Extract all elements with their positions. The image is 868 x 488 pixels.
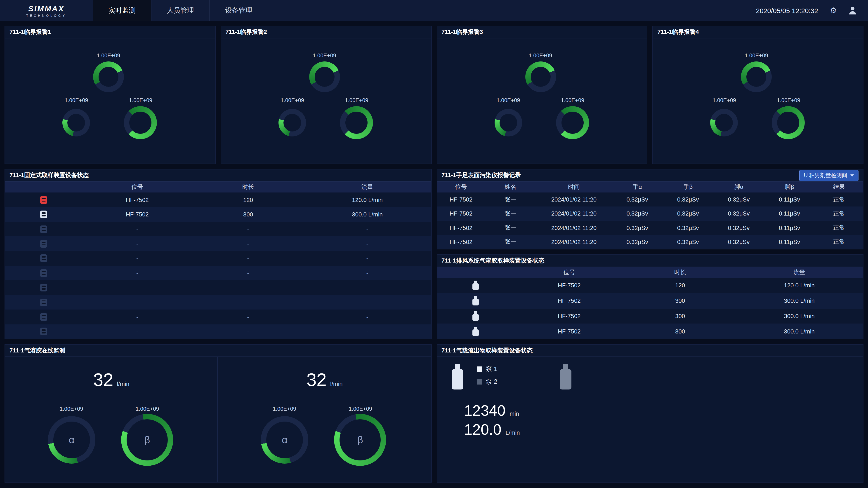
hand-beta-cell: 0.32μSv bbox=[663, 210, 713, 217]
gauge-donut bbox=[525, 61, 556, 92]
flow-cell: 300.0 L/min bbox=[304, 211, 431, 218]
flow-cell: - bbox=[304, 226, 431, 232]
table-row: - - - bbox=[5, 295, 431, 310]
legend-pump1[interactable]: 泵 1 bbox=[477, 365, 497, 373]
hand-beta-cell: 0.32μSv bbox=[663, 196, 713, 203]
table-row: - - - bbox=[5, 324, 431, 339]
panel-header: 711-1临界报警2 bbox=[221, 26, 431, 38]
panel-title: 711-1临界报警3 bbox=[441, 28, 483, 36]
tag-cell: - bbox=[82, 226, 193, 232]
flow-cell: 300.0 L/min bbox=[736, 297, 863, 304]
main-nav: 实时监测 人员管理 设备管理 bbox=[93, 0, 268, 21]
col-name: 姓名 bbox=[485, 183, 536, 191]
aerosol-monitor-2: 32 l/min 1.00E+09 α 1.00E+09 β bbox=[218, 357, 431, 482]
contamination-panel: 711-1手足表面污染仪报警记录 U 轴男剂量检测间 位号 姓名 时间 手α 手… bbox=[436, 169, 864, 250]
table-row: HF-7502 300 300.0 L/min bbox=[437, 293, 863, 308]
gauge-donut bbox=[340, 106, 373, 139]
tag-cell: HF-7502 bbox=[514, 328, 625, 335]
gauge-value: 1.00E+09 bbox=[757, 97, 820, 103]
flow-cell: - bbox=[304, 269, 431, 276]
table-header: 位号 姓名 时间 手α 手β 脚α 脚β 结果 bbox=[437, 182, 863, 193]
legend-pump2[interactable]: 泵 2 bbox=[477, 378, 497, 386]
panel-header: 711-1固定式取样装置设备状态 bbox=[5, 169, 431, 182]
gauge-value: 1.00E+09 bbox=[477, 97, 540, 103]
flow-cell: 300.0 L/min bbox=[736, 328, 863, 335]
logo-title: SIMMAX bbox=[28, 4, 64, 13]
aerosol-panel: 711-1气溶胶在线监测 32 l/min 1.00E+09 α 1.00E+0… bbox=[4, 344, 432, 483]
panel-title: 711-1排风系统气溶胶取样装置设备状态 bbox=[441, 257, 544, 265]
pump2-label: 泵 2 bbox=[486, 378, 497, 386]
duration-value: 12340 bbox=[464, 402, 506, 419]
alarm-panel-3: 711-1临界报警3 1.00E+09 1.00E+09 1.00E+09 bbox=[436, 26, 648, 164]
col-duration: 时长 bbox=[193, 183, 303, 191]
nav-realtime-monitoring[interactable]: 实时监测 bbox=[93, 0, 151, 21]
tag-cell: - bbox=[82, 255, 193, 262]
flow-value: 32 bbox=[307, 369, 327, 390]
table-row: HF-7502 张一 2024/01/02 11:20 0.32μSv 0.32… bbox=[437, 207, 863, 221]
table-row: HF-7502 120 120.0 L/min bbox=[5, 193, 431, 207]
panel-header: 711-1临界报警3 bbox=[437, 26, 647, 38]
bottom-row: 711-1气溶胶在线监测 32 l/min 1.00E+09 α 1.00E+0… bbox=[4, 344, 864, 483]
logo: SIMMAX TECHNOLOGY bbox=[0, 0, 93, 21]
device-idle-icon bbox=[40, 255, 47, 262]
result-cell: 正常 bbox=[815, 195, 863, 203]
gauge-donut bbox=[741, 61, 772, 92]
tag-cell: - bbox=[82, 314, 193, 320]
flow-readout: 120.0 L/min bbox=[464, 421, 520, 438]
tag-cell: HF-7502 bbox=[514, 313, 625, 320]
col-result: 结果 bbox=[815, 183, 863, 191]
gauge-value: 1.00E+09 bbox=[293, 53, 356, 59]
table-row: - - - bbox=[5, 281, 431, 295]
gauge-donut bbox=[494, 109, 522, 136]
tag-cell: - bbox=[82, 328, 193, 335]
user-icon[interactable] bbox=[848, 7, 856, 14]
col-tag: 位号 bbox=[514, 268, 625, 276]
alarm-panel-4: 711-1临界报警4 1.00E+09 1.00E+09 1.00E+09 bbox=[653, 26, 864, 164]
panel-title: 711-1临界报警4 bbox=[657, 28, 699, 36]
table-row: HF-7502 120 120.0 L/min bbox=[437, 278, 863, 293]
gauge-value: 1.00E+09 bbox=[541, 97, 604, 103]
table-row: - - - bbox=[5, 222, 431, 236]
gauge-donut bbox=[309, 61, 340, 92]
hand-alpha-cell: 0.32μSv bbox=[612, 238, 662, 246]
duration-cell: - bbox=[193, 226, 303, 232]
pump1-label: 泵 1 bbox=[486, 365, 497, 373]
nav-equipment-management[interactable]: 设备管理 bbox=[209, 0, 268, 21]
duration-cell: 300 bbox=[625, 313, 735, 320]
exhaust-sampler-panel: 711-1排风系统气溶胶取样装置设备状态 位号 时长 流量 HF-7502 12… bbox=[436, 254, 864, 339]
tag-cell: HF-7502 bbox=[437, 224, 485, 231]
nav-personnel-management[interactable]: 人员管理 bbox=[151, 0, 209, 21]
gauge-donut bbox=[772, 106, 805, 139]
hand-beta-cell: 0.32μSv bbox=[663, 238, 713, 246]
gauge-value: 1.00E+09 bbox=[693, 97, 756, 103]
device-idle-icon bbox=[40, 298, 47, 306]
table-row: HF-7502 300 300.0 L/min bbox=[5, 207, 431, 222]
gear-icon[interactable]: ⚙ bbox=[830, 7, 837, 14]
name-cell: 张一 bbox=[485, 210, 536, 218]
table-row: - - - bbox=[5, 251, 431, 266]
flow-cell: - bbox=[304, 284, 431, 291]
duration-cell: - bbox=[193, 269, 303, 276]
result-cell: 正常 bbox=[815, 238, 863, 246]
device-idle-icon bbox=[40, 313, 47, 321]
pump2-checkbox-icon bbox=[477, 379, 482, 385]
alarm-panel-1: 711-1临界报警1 1.00E+09 1.00E+09 1.00E+09 bbox=[4, 26, 216, 164]
foot-beta-cell: 0.11μSv bbox=[764, 210, 815, 217]
flow-value: 32 bbox=[93, 369, 113, 390]
duration-unit: min bbox=[510, 410, 519, 417]
gauge-value: 1.00E+09 bbox=[329, 406, 392, 412]
tag-cell: HF-7502 bbox=[82, 211, 193, 218]
device-idle-icon bbox=[40, 284, 47, 291]
device-idle-icon bbox=[40, 269, 47, 277]
result-cell: 正常 bbox=[815, 210, 863, 218]
panel-title: 711-1固定式取样装置设备状态 bbox=[9, 171, 89, 180]
table-row: HF-7502 300 300.0 L/min bbox=[437, 308, 863, 324]
pump1-checkbox-icon bbox=[477, 366, 482, 372]
gauge-value: 1.00E+09 bbox=[40, 406, 103, 412]
tag-cell: HF-7502 bbox=[437, 238, 485, 246]
panel-header: 711-1临界报警1 bbox=[5, 26, 215, 38]
room-filter-button[interactable]: U 轴男剂量检测间 bbox=[799, 170, 859, 181]
tag-cell: - bbox=[82, 284, 193, 291]
gauge-value: 1.00E+09 bbox=[253, 406, 316, 412]
name-cell: 张一 bbox=[485, 224, 536, 232]
